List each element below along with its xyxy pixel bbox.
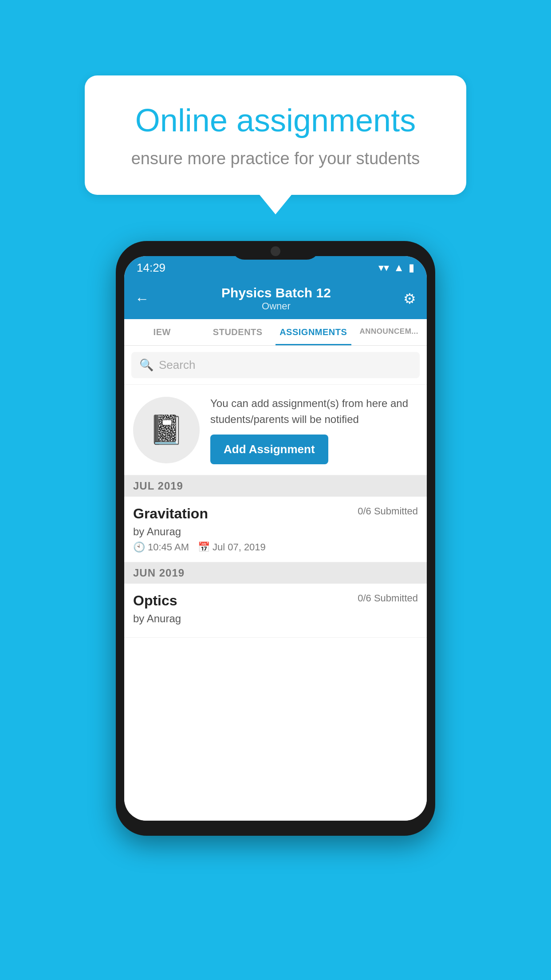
add-assignment-promo: 📓 You can add assignment(s) from here an… <box>124 385 427 475</box>
assignment-item-gravitation[interactable]: Gravitation 0/6 Submitted by Anurag 🕙 10… <box>124 497 427 562</box>
speech-bubble-arrow <box>260 195 291 214</box>
assignment-date: Jul 07, 2019 <box>213 541 266 553</box>
tabs-bar: IEW STUDENTS ASSIGNMENTS ANNOUNCEM... <box>124 319 427 346</box>
header-center: Physics Batch 12 Owner <box>149 285 403 312</box>
assignment-meta: 🕙 10:45 AM 📅 Jul 07, 2019 <box>133 541 418 553</box>
add-assignment-button[interactable]: Add Assignment <box>210 435 328 464</box>
assignment-submitted-optics: 0/6 Submitted <box>358 593 418 604</box>
assignment-row-top: Gravitation 0/6 Submitted <box>133 506 418 522</box>
month-header-jul: JUL 2019 <box>124 475 427 497</box>
notebook-icon: 📓 <box>149 413 184 447</box>
calendar-icon: 📅 <box>198 541 210 553</box>
tab-students[interactable]: STUDENTS <box>200 319 276 345</box>
clock-icon: 🕙 <box>133 541 145 553</box>
assignment-submitted: 0/6 Submitted <box>358 506 418 517</box>
tab-iew[interactable]: IEW <box>124 319 200 345</box>
date-meta: 📅 Jul 07, 2019 <box>198 541 266 553</box>
search-container: 🔍 Search <box>124 346 427 385</box>
promo-icon-circle: 📓 <box>133 397 200 463</box>
status-icons: ▾▾ ▲ ▮ <box>378 261 414 274</box>
signal-icon: ▲ <box>394 261 404 274</box>
phone-screen: 14:29 ▾▾ ▲ ▮ ← Physics Batch 12 Owner ⚙ … <box>124 256 427 821</box>
speech-bubble-wrapper: Online assignments ensure more practice … <box>85 75 466 214</box>
battery-icon: ▮ <box>409 261 414 274</box>
settings-icon[interactable]: ⚙ <box>403 290 416 307</box>
tab-assignments[interactable]: ASSIGNMENTS <box>276 319 351 345</box>
owner-label: Owner <box>149 300 403 312</box>
content-area: 🔍 Search 📓 You can add assignment(s) fro… <box>124 346 427 821</box>
assignment-name: Gravitation <box>133 506 208 522</box>
promo-description: You can add assignment(s) from here and … <box>210 395 418 427</box>
assignment-item-optics[interactable]: Optics 0/6 Submitted by Anurag <box>124 584 427 638</box>
tab-announcements[interactable]: ANNOUNCEM... <box>351 319 427 345</box>
assignment-name-optics: Optics <box>133 593 177 609</box>
search-input-wrapper[interactable]: 🔍 Search <box>131 352 420 378</box>
batch-title: Physics Batch 12 <box>149 285 403 300</box>
search-icon: 🔍 <box>139 358 153 372</box>
assignment-by: by Anurag <box>133 526 418 538</box>
time-meta: 🕙 10:45 AM <box>133 541 189 553</box>
search-placeholder: Search <box>159 358 195 372</box>
assignment-by-optics: by Anurag <box>133 612 418 625</box>
status-time: 14:29 <box>137 261 165 275</box>
speech-bubble-subtitle: ensure more practice for your students <box>116 149 435 168</box>
wifi-icon: ▾▾ <box>378 261 389 274</box>
month-header-jun: JUN 2019 <box>124 562 427 584</box>
app-header: ← Physics Batch 12 Owner ⚙ <box>124 279 427 319</box>
phone-notch <box>231 241 320 260</box>
assignment-time: 10:45 AM <box>148 541 189 553</box>
promo-text-area: You can add assignment(s) from here and … <box>210 395 418 464</box>
assignment-row-top-optics: Optics 0/6 Submitted <box>133 593 418 609</box>
front-camera <box>271 246 280 256</box>
speech-bubble: Online assignments ensure more practice … <box>85 75 466 195</box>
phone-device: 14:29 ▾▾ ▲ ▮ ← Physics Batch 12 Owner ⚙ … <box>116 241 435 836</box>
speech-bubble-title: Online assignments <box>116 102 435 138</box>
back-button[interactable]: ← <box>135 291 149 307</box>
